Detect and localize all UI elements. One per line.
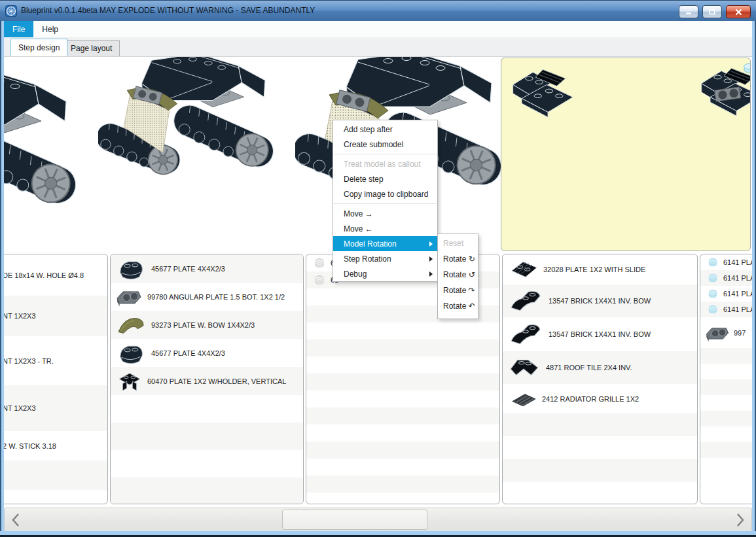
- part-navy-curved-plate-icon: [116, 341, 146, 365]
- empty-row: [4, 490, 107, 504]
- menu-item-treat-model-as-callout: Treat model as callout: [333, 156, 437, 171]
- chevron-left-icon: [11, 513, 20, 527]
- menu-separator: [334, 154, 437, 154]
- menu-item-create-submodel[interactable]: Create submodel: [333, 137, 437, 152]
- tab-bar: Step design Page layout: [4, 37, 752, 57]
- part-row[interactable]: 2 W. STICK 3.18: [4, 431, 107, 460]
- empty-row: [306, 493, 499, 504]
- part-row[interactable]: 6141 PLA: [700, 270, 752, 286]
- empty-row: [503, 459, 697, 482]
- part-row[interactable]: 32028 PLATE 1X2 WITH SLIDE: [503, 254, 697, 285]
- part-row[interactable]: 6141 PLA: [700, 254, 752, 270]
- part-black-slide-plate-icon: [509, 257, 539, 282]
- part-label: 997: [734, 329, 746, 337]
- part-label: DE 18x14 W. HOLE Ø4.8: [4, 271, 84, 279]
- empty-row: [700, 426, 752, 442]
- menu-item-label: Step Rotation: [344, 254, 391, 264]
- empty-row: [700, 379, 752, 395]
- part-black-holder-plate-icon: [116, 370, 143, 393]
- submenu-item-rotate-cw[interactable]: Rotate ↻: [438, 251, 478, 267]
- part-row[interactable]: 6141 PLA: [700, 286, 752, 302]
- step-4-submodel-render-right: [696, 62, 751, 118]
- menu-item-debug[interactable]: Debug: [333, 266, 437, 281]
- submenu-item-rotate-ccw[interactable]: Rotate ↺: [438, 267, 478, 283]
- empty-row: [306, 390, 499, 407]
- close-button[interactable]: [726, 5, 751, 18]
- empty-row: [111, 477, 303, 504]
- scrollbar-thumb[interactable]: [282, 510, 427, 530]
- close-icon: [735, 9, 742, 16]
- scroll-left-button[interactable]: [5, 508, 27, 531]
- submenu-item-rotate-down[interactable]: Rotate ↶: [438, 298, 478, 314]
- empty-row: [306, 476, 499, 493]
- menu-bar: File Help: [4, 21, 752, 37]
- part-label: 99780 ANGULAR PLATE 1.5 BOT. 1X2 1/2: [147, 293, 285, 301]
- empty-row: [700, 442, 752, 458]
- part-round-plate-gray-icon: [312, 256, 327, 269]
- part-row[interactable]: 2412 RADIATOR GRILLE 1X2: [503, 384, 697, 413]
- empty-row: [700, 395, 752, 411]
- part-round-plate-gray-icon: [312, 273, 327, 286]
- empty-row: [503, 436, 697, 459]
- tab-page-layout[interactable]: Page layout: [63, 40, 120, 56]
- empty-row: [111, 395, 303, 423]
- menu-item-label: Model Rotation: [344, 239, 397, 249]
- part-row[interactable]: 13547 BRICK 1X4X1 INV. BOW: [503, 285, 697, 317]
- submenu-item-rotate-up[interactable]: Rotate ↷: [438, 283, 478, 298]
- part-label: 60470 PLATE 1X2 W/HOLDER, VERTICAL: [147, 377, 286, 385]
- menu-item-delete-step[interactable]: Delete step: [333, 171, 437, 186]
- app-logo-icon: [5, 5, 17, 17]
- part-label: 45677 PLATE 4X4X2/3: [151, 265, 225, 273]
- horizontal-scrollbar[interactable]: [4, 508, 752, 532]
- empty-row: [306, 424, 499, 442]
- step-4-selected-panel[interactable]: [501, 58, 751, 251]
- menu-item-label: Debug: [344, 269, 367, 279]
- window-border-bottom: [0, 531, 756, 537]
- scroll-right-button[interactable]: [729, 508, 751, 531]
- part-row[interactable]: NT 1X2X3: [4, 296, 107, 336]
- parts-list-step-2: 45677 PLATE 4X4X2/3 99780 ANGULAR PLATE …: [110, 254, 304, 504]
- part-row[interactable]: 45677 PLATE 4X4X2/3: [111, 339, 303, 367]
- submenu-arrow-icon: [429, 271, 433, 277]
- maximize-button[interactable]: [702, 5, 722, 18]
- part-label: 6141 PLA: [723, 258, 752, 266]
- part-round-plate-cyan-icon: [706, 288, 720, 300]
- minimize-button[interactable]: [679, 5, 698, 18]
- menu-file[interactable]: File: [4, 21, 33, 37]
- menu-help[interactable]: Help: [33, 21, 67, 37]
- part-row[interactable]: 997: [700, 317, 752, 348]
- part-radiator-grille-icon: [509, 387, 538, 411]
- part-label: 13547 BRICK 1X4X1 INV. BOW: [549, 330, 651, 338]
- menu-separator: [334, 203, 437, 204]
- empty-row: [306, 322, 499, 339]
- submenu-arrow-icon: [429, 256, 433, 262]
- part-row[interactable]: 45677 PLATE 4X4X2/3: [111, 254, 303, 283]
- step-1-model-render[interactable]: [4, 70, 82, 227]
- menu-item-model-rotation[interactable]: Model Rotation: [333, 236, 437, 251]
- empty-row: [111, 450, 303, 477]
- menu-item-move-right[interactable]: Move →: [333, 206, 437, 221]
- menu-item-move-left[interactable]: Move ←: [333, 221, 437, 236]
- part-row[interactable]: NT 1X2X3 - TR.: [4, 336, 107, 385]
- empty-row: [306, 373, 499, 390]
- part-row[interactable]: DE 18x14 W. HOLE Ø4.8: [4, 254, 107, 296]
- part-row[interactable]: 99780 ANGULAR PLATE 1.5 BOT. 1X2 1/2: [111, 283, 303, 311]
- part-row[interactable]: 6141 PLA: [700, 302, 752, 317]
- part-label: NT 1X2X3: [4, 404, 36, 412]
- tab-step-design[interactable]: Step design: [10, 39, 67, 56]
- caption-buttons: [679, 5, 751, 18]
- menu-item-copy-image-to-clipboard[interactable]: Copy image to clipboard: [333, 186, 437, 201]
- chevron-right-icon: [736, 513, 745, 527]
- part-row[interactable]: NT 1X2X3: [4, 385, 107, 431]
- empty-row: [306, 459, 499, 476]
- part-round-plate-cyan-icon: [706, 256, 720, 268]
- title-bar: Blueprint v0.0.1.4beta MAY EXPLODE WITHO…: [0, 0, 756, 21]
- part-row[interactable]: 4871 ROOF TILE 2X4 INV.: [503, 351, 697, 384]
- part-row[interactable]: 13547 BRICK 1X4X1 INV. BOW: [503, 317, 697, 351]
- part-row[interactable]: 60470 PLATE 1X2 W/HOLDER, VERTICAL: [111, 367, 303, 395]
- menu-item-step-rotation[interactable]: Step Rotation: [333, 251, 437, 266]
- step-2-model-render[interactable]: [96, 57, 279, 187]
- menu-item-add-step-after[interactable]: Add step after: [333, 122, 437, 137]
- part-row[interactable]: 93273 PLATE W. BOW 1X4X2/3: [111, 311, 303, 339]
- part-label: 93273 PLATE W. BOW 1X4X2/3: [151, 321, 255, 329]
